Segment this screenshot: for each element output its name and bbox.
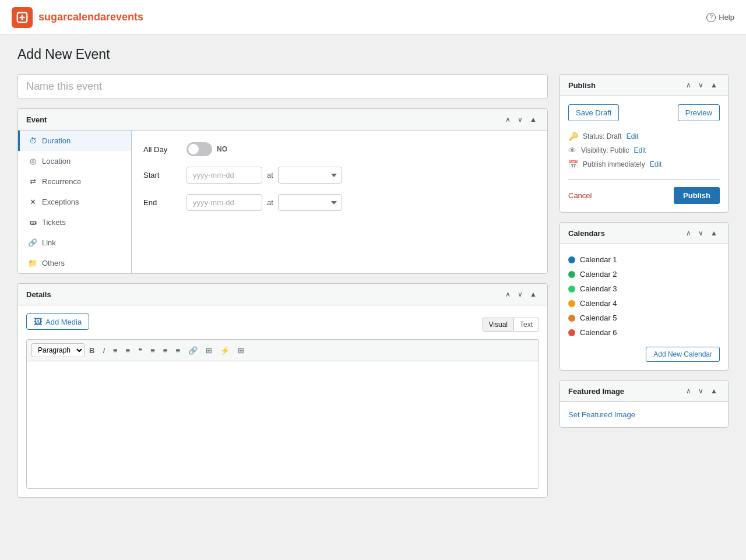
calendars-panel-up-btn[interactable]: ∧ [684,228,694,238]
event-name-input[interactable] [17,74,548,99]
bold-btn[interactable]: B [86,344,98,357]
more-btn[interactable]: ⊞ [202,344,216,357]
publish-panel-controls: ∧ ∨ ▲ [684,80,720,90]
calendar-name: Calendar 2 [580,270,617,279]
details-panel-collapse-btn[interactable]: ▲ [527,290,539,299]
help-icon: ? [706,13,716,22]
sidebar-item-duration[interactable]: ⏱ Duration [18,131,131,151]
table-btn[interactable]: ⊞ [234,344,248,357]
logo-main: sugarcalendar [38,11,110,23]
duration-icon: ⏱ [28,136,37,145]
calendar-dot [568,286,575,293]
visual-tab[interactable]: Visual [483,318,513,332]
end-time-select[interactable] [278,194,342,211]
calendar-item: Calendar 3 [568,281,720,296]
featured-image-panel: Featured Image ∧ ∨ ▲ Set Featured Image [560,380,729,428]
status-edit-link[interactable]: Edit [627,132,639,140]
publish-panel-up-btn[interactable]: ∧ [684,80,694,90]
toggle-slider [186,142,212,156]
details-panel: Details ∧ ∨ ▲ 🖼 Add Media [17,283,548,498]
add-media-button[interactable]: 🖼 Add Media [26,314,89,330]
text-tab[interactable]: Text [513,318,539,332]
status-row: 🔑 Status: Draft Edit [568,129,720,143]
logo-accent: events [110,11,143,23]
publish-panel-down-btn[interactable]: ∨ [696,80,706,90]
details-panel-up-btn[interactable]: ∧ [503,290,513,299]
sidebar-item-link[interactable]: 🔗 Link [18,233,131,253]
align-center-btn[interactable]: ≡ [160,344,171,357]
sidebar-item-recurrence[interactable]: ⇄ Recurrence [18,171,131,192]
end-row: End at [143,194,536,211]
calendar-item: Calendar 2 [568,267,720,281]
sidebar-item-others[interactable]: 📁 Others [18,253,131,273]
event-panel: Event ∧ ∨ ▲ ⏱ Duration [17,108,548,274]
end-date-input[interactable] [186,194,262,211]
sidebar-item-exceptions[interactable]: ✕ Exceptions [18,192,131,212]
featured-image-panel-collapse-btn[interactable]: ▲ [708,386,720,396]
calendar-item: Calendar 6 [568,325,720,340]
link-btn[interactable]: 🔗 [185,344,201,357]
calendar-name: Calendar 5 [580,314,617,322]
special-btn[interactable]: ⚡ [217,344,233,357]
start-value: at [186,167,342,184]
calendars-panel: Calendars ∧ ∨ ▲ Calendar 1Calendar 2Cale… [560,222,729,371]
cancel-button[interactable]: Cancel [568,191,592,200]
logo-icon [12,7,33,28]
add-calendar-row: Add New Calendar [568,347,720,362]
sidebar-item-location[interactable]: ◎ Location [18,151,131,171]
start-row: Start at [143,167,536,184]
visibility-row: 👁 Visibility: Public Edit [568,143,720,157]
event-sidebar: ⏱ Duration ◎ Location ⇄ Recurrence ✕ [18,131,132,273]
blockquote-btn[interactable]: ❝ [135,344,146,357]
publish-time-row: 📅 Publish immediately Edit [568,157,720,171]
featured-image-panel-title: Featured Image [568,387,624,396]
align-left-btn[interactable]: ≡ [147,344,159,357]
unordered-list-btn[interactable]: ≡ [110,344,121,357]
sidebar-item-recurrence-label: Recurrence [42,177,81,186]
publish-time-edit-link[interactable]: Edit [650,160,662,168]
italic-btn[interactable]: I [99,344,108,357]
event-panel-up-btn[interactable]: ∧ [503,115,513,124]
publish-meta: 🔑 Status: Draft Edit 👁 Visibility: Publi… [568,129,720,171]
publish-button[interactable]: Publish [674,187,720,204]
paragraph-select[interactable]: Paragraph [31,343,85,357]
calendars-panel-body: Calendar 1Calendar 2Calendar 3Calendar 4… [560,244,728,370]
calendars-panel-title: Calendars [568,229,605,238]
start-time-select[interactable] [278,167,342,184]
featured-image-panel-up-btn[interactable]: ∧ [684,386,694,396]
help-link[interactable]: ? Help [706,13,734,22]
calendar-dot [568,256,575,263]
visibility-icon: 👁 [568,146,576,155]
save-draft-button[interactable]: Save Draft [568,104,619,121]
publish-buttons-row: Save Draft Preview [568,104,720,121]
page: Add New Event Event ∧ ∨ ▲ [0,35,746,519]
calendars-panel-collapse-btn[interactable]: ▲ [708,228,720,238]
all-day-label: All Day [143,145,178,154]
event-panel-down-btn[interactable]: ∨ [515,115,525,124]
details-panel-down-btn[interactable]: ∨ [515,290,525,299]
calendar-dot [568,300,575,307]
exceptions-icon: ✕ [28,198,37,206]
align-right-btn[interactable]: ≡ [172,344,184,357]
preview-button[interactable]: Preview [678,104,720,121]
sidebar-item-tickets[interactable]: 🎟 Tickets [18,212,131,233]
end-value: at [186,194,342,211]
visibility-edit-link[interactable]: Edit [634,146,646,154]
event-panel-collapse-btn[interactable]: ▲ [527,115,539,124]
start-date-input[interactable] [186,167,262,184]
event-panel-controls: ∧ ∨ ▲ [503,115,539,124]
publish-panel-collapse-btn[interactable]: ▲ [708,80,720,90]
all-day-toggle[interactable] [186,142,212,156]
media-toolbar-row: 🖼 Add Media Visual Text [26,314,539,336]
ordered-list-btn[interactable]: ≡ [122,344,134,357]
featured-image-panel-down-btn[interactable]: ∨ [696,386,706,396]
event-panel-title: Event [26,115,47,124]
set-featured-image-link[interactable]: Set Featured Image [568,410,635,419]
status-icon: 🔑 [568,132,578,141]
editor-area[interactable] [26,361,539,489]
add-media-label: Add Media [45,318,82,326]
calendars-panel-header: Calendars ∧ ∨ ▲ [560,223,728,244]
add-new-calendar-button[interactable]: Add New Calendar [646,347,720,362]
calendar-item: Calendar 4 [568,296,720,311]
calendars-panel-down-btn[interactable]: ∨ [696,228,706,238]
